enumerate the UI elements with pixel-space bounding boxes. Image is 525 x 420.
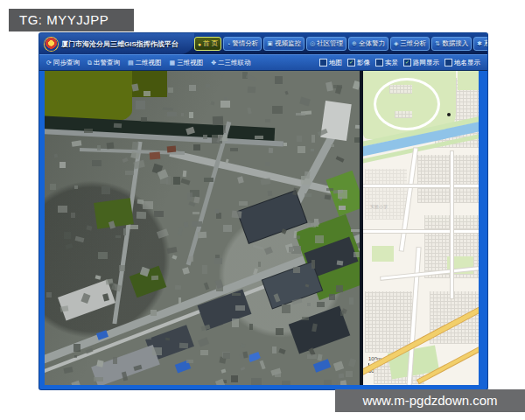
map-imagery-texture (181, 178, 191, 186)
map-imagery-texture (278, 348, 286, 354)
map-imagery-texture (297, 136, 303, 142)
nav-button[interactable]: ⇅ 数据接入 (431, 37, 472, 51)
street-map-feature (365, 291, 412, 353)
tg-watermark: TG: MYYJJPP (9, 9, 134, 32)
map-imagery-texture (201, 325, 211, 331)
gis-app-window: 厦门市海沧分局三维GIS指挥作战平台 ● 首 页 ◔ 警情分析 ▣ 视频监控 ◎… (39, 33, 487, 389)
nav-button[interactable]: ◈ 三维分析 (390, 37, 430, 51)
toolbar-tool[interactable]: ⟳ 同步查询 (46, 59, 80, 67)
layer-toggle[interactable]: 影像 (347, 59, 370, 67)
street-map-feature (363, 185, 479, 187)
map-imagery-texture (239, 201, 248, 206)
layer-toggle[interactable]: 地名显示 (444, 59, 480, 67)
nav-button[interactable]: ◎ 社区管理 (306, 37, 346, 51)
tool-label: 出警查询 (94, 59, 120, 67)
map-imagery-texture (304, 172, 311, 178)
map-imagery-texture (63, 367, 73, 374)
layer-label: 地名显示 (454, 59, 480, 67)
map-imagery-texture (152, 347, 162, 356)
layer-label: 路网显示 (413, 59, 439, 67)
map-imagery-texture (296, 113, 304, 116)
toolbar-tool[interactable]: ✥ 二三维联动 (211, 59, 250, 67)
map-imagery-texture (167, 112, 177, 117)
tool-group: ⟳ 同步查询 ⧉ 出警查询 ▤ 二维视图 ▦ 三维视图 ✥ 二三维联动 (39, 59, 251, 67)
nav-button[interactable]: ▣ 视频监控 (263, 37, 304, 51)
map-imagery-texture (97, 145, 102, 150)
map-imagery-texture (302, 317, 309, 320)
map-imagery-texture (292, 298, 303, 305)
toolbar-tool[interactable]: ⧉ 出警查询 (88, 59, 120, 67)
nav-label: 全体警力 (359, 39, 385, 48)
nav-icon: ⊕ (352, 40, 357, 47)
map-imagery-texture (272, 346, 276, 354)
brand: 厦门市海沧分局三维GIS指挥作战平台 (39, 33, 194, 54)
map-imagery-texture (116, 235, 121, 239)
nav-icon: ◎ (310, 40, 315, 47)
map-imagery-texture (204, 178, 214, 182)
toolbar-tool[interactable]: ▦ 三维视图 (170, 59, 204, 67)
tool-label: 三维视图 (177, 59, 203, 67)
tool-icon: ⧉ (88, 60, 92, 66)
nav-button[interactable]: ✱ 系统设置 (473, 37, 487, 51)
map-imagery-texture (206, 84, 210, 88)
nav-label: 三维分析 (400, 39, 426, 48)
map-imagery-texture (253, 245, 263, 250)
map-imagery-texture (95, 275, 102, 280)
map-imagery-texture (131, 151, 141, 159)
map-imagery-texture (285, 90, 289, 94)
map-imagery-texture (123, 228, 126, 235)
checkbox-icon (444, 59, 452, 66)
layer-toggle[interactable]: 路网显示 (403, 59, 439, 67)
map-marker[interactable] (447, 113, 451, 116)
map-imagery-texture (157, 228, 169, 239)
map-imagery-texture (338, 190, 347, 199)
map-imagery-texture (241, 367, 245, 371)
site-watermark: www.m-pgdzdown.com (335, 389, 525, 412)
map-imagery-texture (232, 318, 239, 326)
nav-label: 警情分析 (232, 39, 258, 48)
street-map-pane[interactable]: 厦门市政府 湖滨北路 华福小区 实验小学 海沧工业区 100m 500ft (363, 71, 479, 385)
map-imagery-texture (98, 252, 108, 259)
map-imagery-texture (113, 357, 117, 364)
map-imagery-texture (96, 360, 103, 367)
nav-button[interactable]: ◔ 警情分析 (223, 37, 262, 51)
map-imagery-texture (223, 125, 226, 133)
map-imagery-texture (168, 88, 173, 93)
nav-button[interactable]: ⊕ 全体警力 (348, 37, 388, 51)
nav-icon: ◈ (394, 40, 398, 47)
map-imagery-texture (235, 305, 245, 311)
map-imagery-texture (74, 186, 78, 189)
nav-button[interactable]: ● 首 页 (194, 37, 221, 51)
map-imagery-texture (178, 228, 182, 235)
tool-label: 二维视图 (136, 59, 162, 67)
nav-label: 数据接入 (442, 39, 468, 48)
map-imagery-texture (143, 201, 153, 209)
map-imagery-texture (60, 162, 66, 168)
layer-label: 地图 (329, 59, 342, 67)
map-imagery-texture (248, 86, 256, 93)
map-imagery-texture (203, 135, 208, 139)
map-imagery-texture (182, 267, 190, 275)
map-imagery-texture (231, 375, 238, 382)
map-imagery-texture (125, 171, 134, 174)
checkbox-icon (375, 59, 383, 66)
map-imagery-texture (192, 221, 202, 228)
map-imagery-texture (119, 265, 124, 271)
map-imagery-texture (260, 178, 270, 185)
map-imagery-texture (247, 107, 252, 114)
map-imagery-texture (337, 260, 343, 265)
layer-toggle[interactable]: 实景 (375, 59, 398, 67)
satellite-map-pane[interactable] (45, 71, 360, 385)
map-imagery-texture (193, 144, 201, 150)
map-imagery-texture (151, 276, 158, 280)
map-imagery-texture (175, 285, 181, 290)
map-imagery-texture (329, 294, 335, 300)
layer-toggle[interactable]: 地图 (319, 59, 342, 67)
map-imagery-texture (293, 267, 301, 273)
map-imagery-texture (84, 129, 93, 133)
map-imagery-texture (341, 308, 346, 314)
map-imagery-texture (181, 113, 184, 116)
toolbar-tool[interactable]: ▤ 二维视图 (128, 59, 162, 67)
page: TG: MYYJJPP 厦门市海沧分局三维GIS指挥作战平台 ● 首 页 ◔ 警… (0, 0, 525, 420)
map-imagery-texture (275, 76, 283, 84)
